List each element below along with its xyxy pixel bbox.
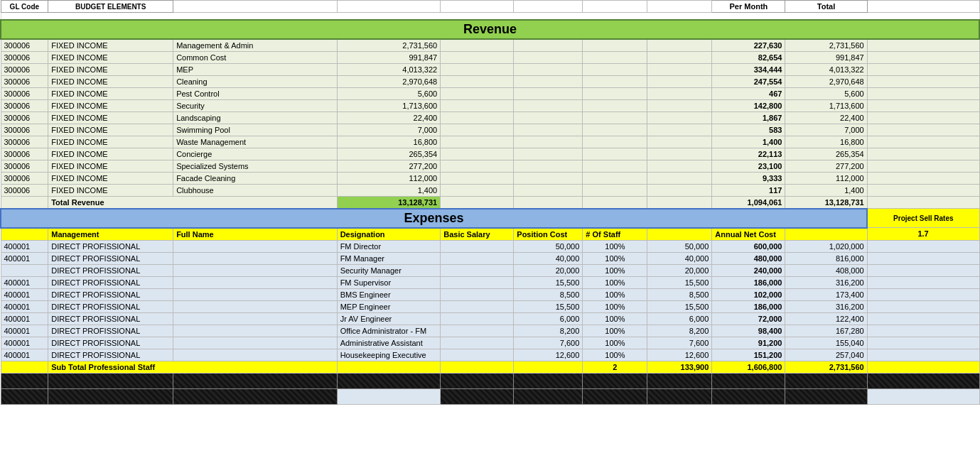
staff-pct: 100%	[583, 288, 647, 300]
desc: Management & Admin	[173, 39, 338, 52]
expenses-section-header-row: Expenses Project Sell Rates	[1, 209, 979, 228]
amount: 5,600	[337, 87, 441, 99]
gl: 400001	[1, 325, 48, 337]
gl: 400001	[1, 240, 48, 252]
income-type: FIXED INCOME	[48, 39, 173, 52]
desc: Swimming Pool	[173, 124, 338, 136]
col7	[583, 75, 647, 87]
annual-net: 102,000	[712, 288, 785, 300]
revenue-row-5: 300006 FIXED INCOME Pest Control 5,600 4…	[1, 87, 979, 99]
col8	[647, 136, 712, 148]
col7	[583, 160, 647, 172]
col7: 50,000	[647, 240, 712, 252]
amount: 7,000	[337, 124, 441, 136]
revenue-title: Revenue	[1, 20, 979, 39]
amount: 112,000	[337, 172, 441, 184]
gl: 400001	[1, 349, 48, 361]
st-total: 2,731,560	[785, 361, 867, 373]
sh-extra	[785, 228, 867, 241]
sh-management: Management	[48, 228, 173, 241]
type: DIRECT PROFISSIONAL	[48, 288, 173, 300]
fullname	[173, 264, 338, 276]
header-row: GL Code BUDGET ELEMENTS Per Month Total	[1, 1, 979, 13]
income-type: FIXED INCOME	[48, 111, 173, 124]
extra	[867, 349, 979, 361]
type: DIRECT PROFISSIONAL	[48, 240, 173, 252]
expense-row-9: 400001 DIRECT PROFISSIONAL Administrativ…	[1, 337, 979, 349]
sh-annual-net: Annual Net Cost	[712, 228, 785, 241]
gl-code: 300006	[1, 111, 48, 124]
staff-pct: 100%	[583, 349, 647, 361]
col5	[441, 184, 514, 196]
fullname	[173, 288, 338, 300]
col7: 12,600	[647, 349, 712, 361]
col7-header	[583, 1, 647, 13]
designation: Security Manager	[337, 264, 441, 276]
st-annual-net: 1,606,800	[712, 361, 785, 373]
col7	[583, 63, 647, 75]
position-cost: 6,000	[514, 312, 583, 325]
basic-salary	[441, 264, 514, 276]
st-col4	[441, 361, 514, 373]
basic-salary	[441, 337, 514, 349]
gl-code: 300006	[1, 172, 48, 184]
gl-code: 300006	[1, 124, 48, 136]
col8	[647, 87, 712, 99]
col8	[647, 196, 712, 209]
revenue-row-3: 300006 FIXED INCOME MEP 4,013,322 334,44…	[1, 63, 979, 75]
desc: Common Cost	[173, 51, 338, 63]
total-val: 277,200	[785, 160, 867, 172]
col5	[441, 75, 514, 87]
gl-code-header: GL Code	[1, 1, 48, 13]
extra	[867, 276, 979, 288]
col8	[647, 111, 712, 124]
sub-total-row: Sub Total Professional Staff 2 133,900 1…	[1, 361, 979, 373]
col8	[647, 184, 712, 196]
designation: Administrative Assistant	[337, 337, 441, 349]
basic-salary	[441, 252, 514, 264]
col5	[441, 172, 514, 184]
staff-pct: 100%	[583, 264, 647, 276]
gl-code: 300006	[1, 75, 48, 87]
total: 316,200	[785, 276, 867, 288]
per-month-val: 467	[712, 87, 785, 99]
type: DIRECT PROFISSIONAL	[48, 252, 173, 264]
position-cost: 15,500	[514, 300, 583, 312]
desc: Clubhouse	[173, 184, 338, 196]
total: 173,400	[785, 288, 867, 300]
amount: 265,354	[337, 148, 441, 160]
expense-row-4: 400001 DIRECT PROFISSIONAL FM Supervisor…	[1, 276, 979, 288]
amount: 2,970,648	[337, 75, 441, 87]
col4-header	[337, 1, 441, 13]
col7	[583, 172, 647, 184]
revenue-section-header: Revenue	[1, 20, 979, 39]
position-cost: 12,600	[514, 349, 583, 361]
gl: 400001	[1, 288, 48, 300]
gl: 400001	[1, 300, 48, 312]
staff-pct: 100%	[583, 312, 647, 325]
gl-code: 300006	[1, 184, 48, 196]
type: DIRECT PROFISSIONAL	[48, 276, 173, 288]
sh-sell-rate-val: 1.7	[867, 228, 979, 241]
gl-code: 300006	[1, 99, 48, 111]
desc: Cleaning	[173, 75, 338, 87]
annual-net: 91,200	[712, 337, 785, 349]
gl: 400001	[1, 337, 48, 349]
extra-header	[867, 1, 979, 13]
type: DIRECT PROFISSIONAL	[48, 300, 173, 312]
expense-row-7: 400001 DIRECT PROFISSIONAL Jr AV Enginee…	[1, 312, 979, 325]
st-col3	[337, 361, 441, 373]
gl-code: 300006	[1, 51, 48, 63]
total: 316,200	[785, 300, 867, 312]
sh-position-cost: Position Cost	[514, 228, 583, 241]
extra	[867, 51, 979, 63]
fullname	[173, 337, 338, 349]
annual-net: 240,000	[712, 264, 785, 276]
type: DIRECT PROFISSIONAL	[48, 349, 173, 361]
type: DIRECT PROFISSIONAL	[48, 325, 173, 337]
col6	[514, 51, 583, 63]
staff-pct: 100%	[583, 300, 647, 312]
staff-pct: 100%	[583, 325, 647, 337]
st-staff-count: 2	[583, 361, 647, 373]
total-gl	[1, 196, 48, 209]
